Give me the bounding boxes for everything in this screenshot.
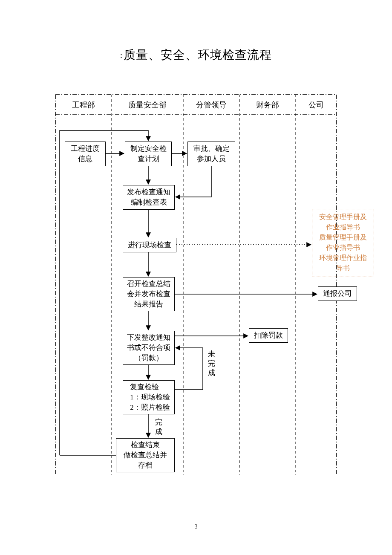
lane-header-company: 公司 [296, 100, 337, 110]
node-rectify-notice: 下发整改通知书或不符合项（罚款） [123, 331, 175, 365]
edge-label-complete: 完成 [154, 418, 163, 436]
lane-header-finance: 财务部 [239, 100, 296, 110]
node-approve: 审批、确定参加人员 [187, 142, 235, 166]
node-reinspect: 复查检验1：现场检验2：照片检验 [123, 380, 175, 414]
node-make-plan: 制定安全检查计划 [125, 142, 172, 166]
node-deduct-fine: 扣除罚款 [249, 328, 288, 343]
node-progress-info: 工程进度信息 [65, 142, 106, 166]
node-notify-company: 通报公司 [318, 286, 357, 301]
lane-header-quality-safety: 质量安全部 [112, 100, 183, 110]
flow-arrows [0, 0, 392, 555]
page-title: :质量、安全、环境检查流程 [0, 47, 392, 63]
node-onsite-check: 进行现场检查 [123, 238, 176, 252]
page-number: 3 [0, 523, 392, 530]
page: :质量、安全、环境检查流程 工程部 质量安全部 分管领导 财务部 公司 工程进度… [0, 0, 392, 555]
title-text: 质量、安全、环境检查流程 [124, 48, 272, 61]
lane-header-engineering: 工程部 [55, 100, 112, 110]
node-summary-meeting: 召开检查总结会并发布检查结果报告 [123, 277, 175, 311]
title-prefix: : [120, 51, 123, 60]
reference-docs: 安全管理手册及作业指导书质量管理手册及作业指导书环境管理作业指导书 [312, 209, 374, 277]
node-finish-archive: 检查结束做检查总结并存档 [116, 438, 175, 472]
lane-header-leader: 分管领导 [183, 100, 239, 110]
swimlane-grid [0, 0, 392, 555]
edge-label-incomplete: 未完成 [207, 350, 216, 378]
node-publish-notice: 发布检查通知编制检查表 [123, 185, 175, 210]
